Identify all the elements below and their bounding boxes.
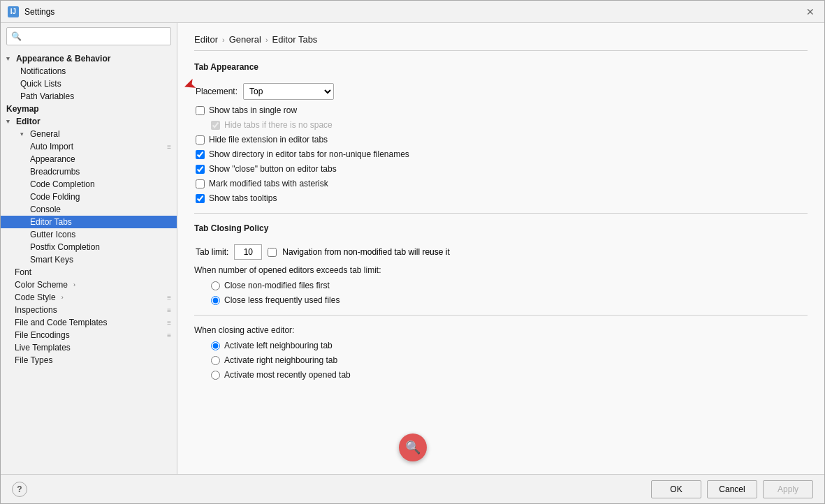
window-title: Settings xyxy=(24,7,54,17)
activate-left-label[interactable]: Activate left neighbouring tab xyxy=(224,341,333,350)
sidebar-item-smart-keys[interactable]: Smart Keys xyxy=(1,253,177,266)
badge-icon: ≡ xyxy=(167,294,171,302)
sidebar-item-file-code-templates[interactable]: File and Code Templates ≡ xyxy=(1,316,177,329)
sidebar-item-editor[interactable]: ▾ Editor xyxy=(1,115,177,128)
nav-tree: ▾ Appearance & Behavior Notifications Qu… xyxy=(1,50,177,474)
badge-icon: ≡ xyxy=(167,306,171,314)
checkbox-single-row: Show tabs in single row xyxy=(194,105,808,115)
activate-recent-radio[interactable] xyxy=(211,371,220,380)
sidebar-item-code-style[interactable]: Code Style › ≡ xyxy=(1,291,177,304)
activate-left-radio[interactable] xyxy=(211,341,220,350)
mark-modified-label[interactable]: Mark modified tabs with asterisk xyxy=(209,179,328,188)
single-row-checkbox[interactable] xyxy=(196,106,205,115)
chevron-down-icon: ▾ xyxy=(6,118,13,125)
breadcrumb-sep-2: › xyxy=(265,36,268,44)
search-input[interactable] xyxy=(24,31,166,41)
show-close-checkbox[interactable] xyxy=(196,165,205,174)
sidebar-item-quick-lists[interactable]: Quick Lists xyxy=(1,77,177,90)
show-tooltips-label[interactable]: Show tabs tooltips xyxy=(209,193,277,203)
sidebar-item-code-folding[interactable]: Code Folding xyxy=(1,191,177,203)
search-icon: 🔍 xyxy=(11,31,22,41)
tab-limit-input[interactable] xyxy=(234,244,262,260)
sidebar-item-color-scheme[interactable]: Color Scheme › xyxy=(1,279,177,291)
exceeds-label: When number of opened editors exceeds ta… xyxy=(194,265,808,275)
chevron-right-icon: › xyxy=(73,281,80,288)
cancel-button[interactable]: Cancel xyxy=(707,480,757,498)
ok-button[interactable]: OK xyxy=(651,480,701,498)
close-button[interactable]: ✕ xyxy=(803,5,817,19)
magnifier-button[interactable]: 🔍 xyxy=(399,433,427,461)
nav-reuse-label[interactable]: Navigation from non-modified tab will re… xyxy=(282,247,449,257)
sidebar-item-live-templates[interactable]: Live Templates xyxy=(1,341,177,354)
radio-activate-recent: Activate most recently opened tab xyxy=(194,370,808,380)
sidebar-item-notifications[interactable]: Notifications xyxy=(1,65,177,77)
title-bar: IJ Settings ✕ xyxy=(1,1,824,23)
chevron-down-icon: ▾ xyxy=(20,131,27,138)
closing-active-label: When closing active editor: xyxy=(194,325,808,335)
sidebar-item-file-encodings[interactable]: File Encodings ≡ xyxy=(1,329,177,341)
badge-icon: ≡ xyxy=(167,319,171,327)
search-box[interactable]: 🔍 xyxy=(6,27,171,45)
sidebar-item-path-variables[interactable]: Path Variables xyxy=(1,90,177,103)
show-directory-label[interactable]: Show directory in editor tabs for non-un… xyxy=(209,149,409,159)
radio-close-non-modified: Close non-modified files first xyxy=(194,281,808,290)
sidebar-item-breadcrumbs[interactable]: Breadcrumbs xyxy=(1,165,177,178)
badge-icon: ≡ xyxy=(167,332,171,339)
checkbox-show-close: Show "close" button on editor tabs xyxy=(194,164,808,174)
sidebar-item-font[interactable]: Font xyxy=(1,266,177,279)
apply-button[interactable]: Apply xyxy=(763,480,813,498)
sidebar-item-inspections[interactable]: Inspections ≡ xyxy=(1,304,177,316)
sidebar: 🔍 ▾ Appearance & Behavior Notifications … xyxy=(1,23,177,474)
close-non-modified-radio[interactable] xyxy=(211,281,220,290)
activate-recent-label[interactable]: Activate most recently opened tab xyxy=(224,370,351,380)
chevron-right-icon: › xyxy=(61,294,68,301)
sidebar-item-general[interactable]: ▾ General xyxy=(1,128,177,140)
single-row-label[interactable]: Show tabs in single row xyxy=(209,105,297,115)
radio-activate-right: Activate right neighbouring tab xyxy=(194,355,808,365)
show-tooltips-checkbox[interactable] xyxy=(196,194,205,203)
bottom-bar: ? 🔍 OK Cancel Apply xyxy=(1,474,824,503)
tab-limit-label: Tab limit: xyxy=(196,247,228,257)
checkbox-hide-extension: Hide file extension in editor tabs xyxy=(194,135,808,144)
sidebar-item-auto-import[interactable]: Auto Import ≡ xyxy=(1,140,177,153)
show-close-label[interactable]: Show "close" button on editor tabs xyxy=(209,164,337,174)
sidebar-item-file-types[interactable]: File Types xyxy=(1,354,177,366)
breadcrumb-general: General xyxy=(229,34,261,45)
hide-no-space-checkbox[interactable] xyxy=(211,121,220,130)
sidebar-item-console[interactable]: Console xyxy=(1,203,177,216)
hide-extension-label[interactable]: Hide file extension in editor tabs xyxy=(209,135,328,144)
sidebar-item-code-completion[interactable]: Code Completion xyxy=(1,178,177,191)
nav-reuse-checkbox[interactable] xyxy=(268,248,277,257)
tab-closing-title: Tab Closing Policy xyxy=(194,223,808,236)
bottom-actions: OK Cancel Apply xyxy=(651,480,813,498)
close-less-frequent-radio[interactable] xyxy=(211,296,220,305)
app-icon: IJ xyxy=(8,6,19,17)
settings-window: IJ Settings ✕ 🔍 ▾ Appearance & Behavior … xyxy=(0,0,825,504)
sidebar-item-appearance-behavior[interactable]: ▾ Appearance & Behavior xyxy=(1,52,177,65)
hide-extension-checkbox[interactable] xyxy=(196,135,205,144)
activate-right-label[interactable]: Activate right neighbouring tab xyxy=(224,355,337,365)
checkbox-mark-modified: Mark modified tabs with asterisk xyxy=(194,179,808,188)
chevron-down-icon: ▾ xyxy=(6,55,13,62)
radio-close-less-frequent: Close less frequently used files xyxy=(194,295,808,305)
help-button[interactable]: ? xyxy=(12,482,27,497)
tab-appearance-title: Tab Appearance xyxy=(194,62,808,75)
close-non-modified-label[interactable]: Close non-modified files first xyxy=(224,281,330,290)
show-directory-checkbox[interactable] xyxy=(196,150,205,159)
sidebar-item-editor-tabs[interactable]: Editor Tabs xyxy=(1,216,177,228)
sidebar-item-appearance[interactable]: Appearance xyxy=(1,153,177,165)
divider-2 xyxy=(194,315,808,316)
sidebar-item-postfix-completion[interactable]: Postfix Completion xyxy=(1,241,177,253)
placement-row: Placement: Top Bottom Left Right None xyxy=(194,83,808,100)
activate-right-radio[interactable] xyxy=(211,356,220,365)
placement-dropdown[interactable]: Top Bottom Left Right None xyxy=(243,83,334,100)
radio-activate-left: Activate left neighbouring tab xyxy=(194,341,808,350)
sidebar-item-keymap[interactable]: Keymap xyxy=(1,103,177,115)
sidebar-item-gutter-icons[interactable]: Gutter Icons xyxy=(1,228,177,241)
close-less-frequent-label[interactable]: Close less frequently used files xyxy=(224,295,340,305)
breadcrumb-sep-1: › xyxy=(222,36,225,44)
mark-modified-checkbox[interactable] xyxy=(196,179,205,188)
tab-limit-row: Tab limit: Navigation from non-modified … xyxy=(194,244,808,260)
breadcrumb-editor-tabs: Editor Tabs xyxy=(272,34,318,45)
checkbox-hide-no-space: Hide tabs if there is no space xyxy=(194,120,808,130)
